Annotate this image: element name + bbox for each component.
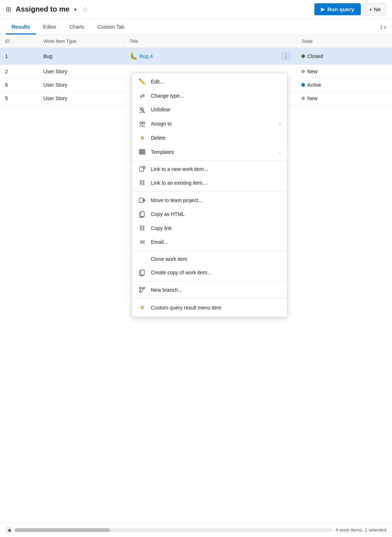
new-button[interactable]: + Ne: [364, 3, 386, 16]
menu-unfollow-label: Unfollow: [151, 107, 281, 112]
state-dot-closed: [301, 54, 305, 58]
context-menu-move-project[interactable]: Move to team project...: [132, 193, 287, 207]
menu-clone-label: Clone work item: [151, 256, 281, 262]
context-menu-assign-to[interactable]: Assign to ›: [132, 117, 287, 131]
svg-rect-18: [141, 270, 144, 275]
svg-point-3: [143, 122, 145, 124]
menu-new-branch-label: New branch...: [151, 287, 281, 293]
grid-icon: ⊞: [6, 5, 11, 13]
menu-divider-1: [132, 160, 287, 161]
row-type: User Story: [38, 65, 124, 78]
state-label: Closed: [307, 53, 323, 59]
selected-count: 1 selected: [365, 527, 386, 533]
svg-point-21: [140, 291, 141, 293]
context-menu-unfollow[interactable]: Unfollow: [132, 103, 287, 117]
scroll-left-button[interactable]: ◀: [6, 527, 12, 533]
assign-to-icon: [139, 120, 146, 127]
col-header-type: Work Item Type: [38, 35, 124, 48]
scrollbar-thumb: [15, 528, 110, 532]
menu-create-copy-label: Create copy of work item...: [151, 270, 281, 275]
svg-point-19: [140, 287, 141, 289]
context-menu-edit[interactable]: ✏️ Edit...: [132, 74, 287, 89]
context-menu-email[interactable]: ✉ Email...: [132, 235, 287, 249]
menu-copy-link-label: Copy link: [151, 225, 281, 231]
svg-rect-16: [141, 212, 144, 217]
context-menu-link-existing[interactable]: ⛓ Link to an existing item...: [132, 176, 287, 190]
row-type: User Story: [38, 78, 124, 92]
row-type: User Story: [38, 92, 124, 105]
row-context-menu-button[interactable]: ⋮: [281, 52, 291, 61]
link-new-icon: [139, 166, 146, 173]
row-state: New: [296, 65, 392, 78]
context-menu-change-type[interactable]: ⇄ Change type...: [132, 89, 287, 103]
context-menu-custom-query[interactable]: ✳ Custom query result menu item: [132, 300, 287, 315]
tab-editor[interactable]: Editor: [37, 20, 62, 34]
copy-html-icon: [139, 211, 146, 218]
new-button-label: + Ne: [369, 6, 381, 12]
new-branch-icon: [139, 287, 146, 294]
menu-link-existing-label: Link to an existing item...: [151, 180, 281, 186]
row-id: 5: [0, 92, 38, 105]
menu-divider-4: [132, 281, 287, 282]
col-header-state: State: [296, 35, 392, 48]
row-state: Closed: [296, 48, 392, 65]
row-title-cell: 🐛 Bug 4 ⋮: [124, 48, 297, 65]
context-menu-new-branch[interactable]: New branch...: [132, 283, 287, 297]
context-menu-templates[interactable]: Templates ›: [132, 145, 287, 159]
menu-edit-label: Edit...: [151, 79, 281, 85]
work-items-count: 4 work items,: [335, 527, 363, 533]
context-menu-clone[interactable]: Clone work item: [132, 253, 287, 266]
move-project-icon: [139, 197, 146, 204]
work-item-title-link[interactable]: Bug 4: [140, 53, 153, 59]
title-chevron-icon[interactable]: ▾: [74, 7, 77, 12]
context-menu-copy-html[interactable]: Copy as HTML: [132, 207, 287, 221]
menu-divider-2: [132, 191, 287, 192]
unfollow-icon: [139, 106, 146, 113]
table-row[interactable]: 1 Bug 🐛 Bug 4 ⋮ Closed: [0, 48, 392, 65]
play-icon: ▶: [321, 7, 325, 12]
context-menu-copy-link[interactable]: ⛓ Copy link: [132, 221, 287, 235]
menu-delete-label: Delete: [151, 135, 281, 141]
row-type: Bug: [38, 48, 124, 65]
menu-email-label: Email...: [151, 239, 281, 245]
favorite-star-icon[interactable]: ☆: [82, 5, 88, 13]
bug-icon: 🐛: [129, 52, 137, 60]
row-id: 2: [0, 65, 38, 78]
table-header-row: ID Work Item Type Title State: [0, 35, 392, 48]
row-state: New: [296, 92, 392, 105]
menu-change-type-label: Change type...: [151, 93, 281, 99]
menu-divider-3: [132, 251, 287, 251]
copy-link-icon: ⛓: [139, 225, 146, 231]
tab-results[interactable]: Results: [6, 20, 36, 34]
status-bar: ◀ 4 work items, 1 selected: [0, 522, 392, 537]
svg-point-20: [143, 287, 145, 289]
context-menu: ✏️ Edit... ⇄ Change type... Unfollow As: [132, 73, 288, 317]
create-copy-icon: [139, 269, 146, 276]
email-icon: ✉: [139, 239, 146, 246]
menu-copy-html-label: Copy as HTML: [151, 211, 281, 217]
svg-rect-4: [139, 149, 145, 151]
state-label: New: [307, 69, 317, 74]
horizontal-scrollbar[interactable]: [15, 528, 333, 532]
header-bar: ⊞ Assigned to me ▾ ☆ ▶ Run query + Ne: [0, 0, 392, 19]
menu-link-new-label: Link to a new work item...: [151, 166, 281, 172]
tab-custom-tab[interactable]: Custom Tab: [91, 20, 130, 34]
templates-arrow-icon: ›: [279, 149, 281, 155]
context-menu-link-new[interactable]: Link to a new work item...: [132, 162, 287, 176]
svg-rect-5: [139, 151, 145, 152]
tab-charts[interactable]: Charts: [63, 20, 90, 34]
col-header-title: Title: [124, 35, 297, 48]
assign-to-arrow-icon: ›: [279, 121, 281, 126]
context-menu-create-copy[interactable]: Create copy of work item...: [132, 266, 287, 280]
state-dot-new: [301, 70, 305, 73]
menu-divider-5: [132, 298, 287, 299]
svg-rect-6: [139, 153, 145, 154]
menu-templates-label: Templates: [151, 149, 274, 155]
row-id: 6: [0, 78, 38, 92]
context-menu-delete[interactable]: ✕ Delete: [132, 131, 287, 145]
menu-custom-query-label: Custom query result menu item: [151, 305, 281, 311]
row-id: 1: [0, 48, 38, 65]
run-query-label: Run query: [327, 6, 354, 12]
run-query-button[interactable]: ▶ Run query: [314, 3, 361, 15]
tabs-bar: Results Editor Charts Custom Tab 1 c: [0, 19, 392, 35]
